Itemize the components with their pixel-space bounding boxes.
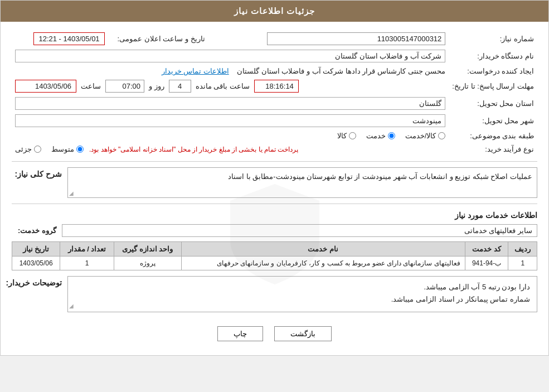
buyer-desc-line-1: دارا بودن رتبه 5 آب الزامی میباشد. bbox=[75, 281, 530, 293]
purchase-partial-label: جزئی bbox=[15, 145, 32, 153]
province-input: گلستان bbox=[15, 97, 445, 110]
send-date-label: مهلت ارسال پاسخ: تا تاریخ: bbox=[449, 78, 537, 95]
category-radio-goods[interactable] bbox=[349, 132, 356, 139]
send-time-label: ساعت bbox=[81, 82, 101, 90]
province-label: استان محل تحویل: bbox=[449, 95, 537, 112]
resize-icon: ◢ bbox=[69, 190, 74, 196]
main-content: شماره نیاز: 1103005147000312 تاریخ و ساع… bbox=[1, 22, 548, 355]
send-remaining-input: 18:16:14 bbox=[254, 80, 299, 93]
announce-date-input: 1403/05/01 - 12:21 bbox=[33, 32, 104, 45]
th-row: ردیف bbox=[508, 242, 537, 257]
service-group-value: سایر فعالیتهای خدماتی bbox=[62, 224, 537, 237]
cell-unit: پروژه bbox=[114, 257, 181, 270]
service-info-title: اطلاعات خدمات مورد نیاز bbox=[12, 211, 537, 220]
th-qty: تعداد / مقدار bbox=[60, 242, 114, 257]
print-button[interactable]: چاپ bbox=[217, 326, 263, 341]
city-input: مینودشت bbox=[15, 114, 445, 127]
creator-value: محسن جنتی کارشناس قرار دادها شرکت آب و ف… bbox=[237, 67, 445, 75]
category-radio-service[interactable] bbox=[388, 132, 395, 139]
table-row: 1 ب-94-941 فعالیتهای سازمانهای دارای عضو… bbox=[12, 257, 537, 270]
table-header: ردیف کد خدمت نام خدمت واحد اندازه گیری ت… bbox=[12, 242, 537, 257]
category-row: طبقه بندی موضوعی: کالا خدمت کالا/خدمت bbox=[12, 129, 537, 142]
send-days-input: 4 bbox=[169, 80, 191, 93]
purchase-option-medium[interactable]: متوسط bbox=[51, 145, 84, 153]
need-number-value: 1103005147000312 bbox=[220, 30, 449, 47]
purchase-type-label: نوع فرآیند خرید: bbox=[449, 142, 537, 156]
send-remaining-label: ساعت باقی مانده bbox=[196, 82, 250, 90]
cell-qty: 1 bbox=[60, 257, 114, 270]
creator-link[interactable]: اطلاعات تماس خریدار bbox=[162, 67, 229, 75]
category-option-both[interactable]: کالا/خدمت bbox=[405, 132, 446, 140]
th-code: کد خدمت bbox=[465, 242, 508, 257]
buyer-org-value: شرکت آب و فاضلاب استان گلستان bbox=[12, 47, 449, 65]
purchase-medium-label: متوسط bbox=[51, 145, 74, 153]
table-body: 1 ب-94-941 فعالیتهای سازمانهای دارای عضو… bbox=[12, 257, 537, 270]
buyer-desc-label: توضیحات خریدار: bbox=[12, 276, 62, 287]
announce-date-value: 1403/05/01 - 12:21 bbox=[12, 30, 108, 47]
creator-label: ایجاد کننده درخواست: bbox=[449, 65, 537, 78]
service-data-table: ردیف کد خدمت نام خدمت واحد اندازه گیری ت… bbox=[12, 241, 537, 270]
buyer-org-row: نام دستگاه خریدار: شرکت آب و فاضلاب استا… bbox=[12, 47, 537, 65]
cell-code: ب-94-941 bbox=[465, 257, 508, 270]
cell-name: فعالیتهای سازمانهای دارای عضو مربوط به ک… bbox=[181, 257, 465, 270]
purchase-notice: پرداخت تمام یا بخشی از مبلغ خریدار از مح… bbox=[89, 146, 298, 153]
need-desc-text: عملیات اصلاح شبکه توزیع و انشعابات آب شه… bbox=[228, 172, 532, 181]
basic-info-table: شماره نیاز: 1103005147000312 تاریخ و ساع… bbox=[12, 30, 537, 156]
cell-row: 1 bbox=[508, 257, 537, 270]
city-label: شهر محل تحویل: bbox=[449, 112, 537, 129]
buyer-desc-box: دارا بودن رتبه 5 آب الزامی میباشد. شماره… bbox=[67, 276, 537, 312]
announce-date-label: تاریخ و ساعت اعلان عمومی: bbox=[108, 30, 208, 47]
category-option-service-label: خدمت bbox=[366, 132, 386, 140]
th-unit: واحد اندازه گیری bbox=[114, 242, 181, 257]
category-label: طبقه بندی موضوعی: bbox=[449, 129, 537, 142]
separator-2 bbox=[12, 204, 537, 204]
purchase-option-partial[interactable]: جزئی bbox=[15, 145, 41, 153]
th-date: تاریخ نیاز bbox=[12, 242, 60, 257]
creator-row: ایجاد کننده درخواست: محسن جنتی کارشناس ق… bbox=[12, 65, 537, 78]
table-header-row: ردیف کد خدمت نام خدمت واحد اندازه گیری ت… bbox=[12, 242, 537, 257]
purchase-type-row: نوع فرآیند خرید: جزئی متوسط bbox=[12, 142, 537, 156]
need-desc-box: عملیات اصلاح شبکه توزیع و انشعابات آب شه… bbox=[67, 167, 537, 198]
purchase-radio-medium[interactable] bbox=[76, 146, 84, 153]
need-number-label: شماره نیاز: bbox=[449, 30, 537, 47]
category-radio-group: کالا خدمت کالا/خدمت bbox=[15, 132, 445, 140]
cell-date: 1403/05/06 bbox=[12, 257, 60, 270]
need-desc-section: شرح کلی نیاز: عملیات اصلاح شبکه توزیع و … bbox=[12, 167, 537, 198]
back-button[interactable]: بازگشت bbox=[274, 326, 332, 341]
service-group-label: گروه خدمت: bbox=[12, 226, 56, 235]
province-row: استان محل تحویل: گلستان bbox=[12, 95, 537, 112]
page-header: جزئیات اطلاعات نیاز bbox=[1, 1, 548, 22]
send-time-input: 07:00 bbox=[105, 80, 144, 93]
need-desc-label: شرح کلی نیاز: bbox=[12, 167, 62, 178]
need-number-input: 1103005147000312 bbox=[267, 32, 445, 45]
separator-1 bbox=[12, 161, 537, 162]
category-option-both-label: کالا/خدمت bbox=[405, 132, 436, 140]
action-buttons: بازگشت چاپ bbox=[12, 318, 537, 347]
category-option-goods[interactable]: کالا bbox=[337, 132, 356, 140]
send-days-label: روز و bbox=[149, 82, 164, 90]
category-option-service[interactable]: خدمت bbox=[366, 132, 395, 140]
purchase-radio-group: جزئی متوسط bbox=[15, 145, 84, 153]
city-row: شهر محل تحویل: مینودشت bbox=[12, 112, 537, 129]
buyer-desc-section: توضیحات خریدار: دارا بودن رتبه 5 آب الزا… bbox=[12, 276, 537, 312]
buyer-org-input: شرکت آب و فاضلاب استان گلستان bbox=[15, 50, 445, 62]
category-radio-both[interactable] bbox=[438, 132, 445, 139]
buyer-org-label: نام دستگاه خریدار: bbox=[449, 47, 537, 65]
th-name: نام خدمت bbox=[181, 242, 465, 257]
purchase-radio-partial[interactable] bbox=[34, 146, 41, 153]
page-wrapper: جزئیات اطلاعات نیاز شماره نیاز: 11030051… bbox=[0, 0, 549, 356]
service-group-row: گروه خدمت: سایر فعالیتهای خدماتی bbox=[12, 224, 537, 237]
need-number-row: شماره نیاز: 1103005147000312 تاریخ و ساع… bbox=[12, 30, 537, 47]
buyer-desc-line-2: شماره تماس پیمانکار در اسناد الزامی میبا… bbox=[75, 293, 530, 306]
send-date-row: مهلت ارسال پاسخ: تا تاریخ: 1403/05/06 سا… bbox=[12, 78, 537, 95]
send-date-input: 1403/05/06 bbox=[15, 80, 76, 93]
resize-icon-2: ◢ bbox=[69, 301, 74, 311]
page-title: جزئیات اطلاعات نیاز bbox=[234, 6, 315, 16]
category-option-goods-label: کالا bbox=[337, 132, 347, 140]
